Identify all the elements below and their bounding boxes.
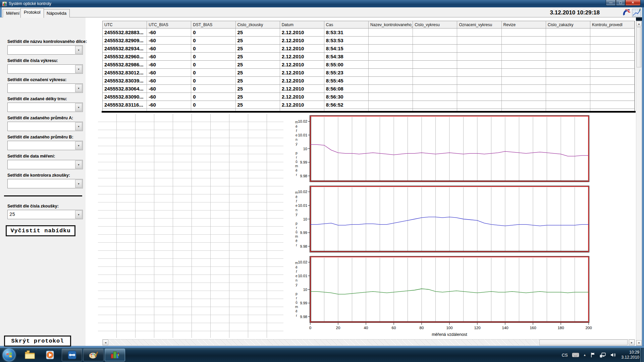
- chevron-down-icon[interactable]: ▼: [75, 210, 82, 219]
- table-cell: 2455532.83012...: [103, 69, 147, 76]
- clear-menu-button[interactable]: Vyčistit nabídku: [6, 225, 75, 236]
- svg-text:m: m: [295, 164, 298, 168]
- filter-combo-oznaceni[interactable]: ▼: [7, 83, 83, 93]
- scroll-right-icon[interactable]: ►: [629, 340, 635, 345]
- svg-text:ř: ř: [296, 129, 297, 133]
- minimize-button[interactable]: —: [606, 0, 616, 6]
- tab-mereni[interactable]: Měření: [3, 9, 23, 17]
- taskbar-explorer-button[interactable]: [24, 349, 36, 361]
- svg-text:e: e: [296, 203, 298, 207]
- filter-combo-delka-trnu[interactable]: ▼: [7, 103, 83, 112]
- filter-combo-datum[interactable]: ▼: [7, 160, 83, 169]
- svg-text:ý: ý: [296, 283, 298, 287]
- maximize-button[interactable]: ▢: [616, 0, 625, 6]
- header-logos: [622, 8, 641, 17]
- start-button[interactable]: [3, 349, 15, 361]
- filter-combo-prumer-b[interactable]: ▼: [7, 141, 83, 150]
- column-header[interactable]: Cislo_zkousky: [236, 21, 280, 28]
- horizontal-scrollbar-thumb[interactable]: [539, 340, 628, 345]
- svg-text:40: 40: [364, 326, 368, 330]
- column-header[interactable]: DST_BIAS: [191, 21, 235, 28]
- windows-explorer-icon: [24, 349, 36, 361]
- chevron-down-icon[interactable]: ▼: [75, 122, 82, 130]
- svg-text:120: 120: [474, 326, 480, 330]
- svg-text:měřená vzdálenost: měřená vzdálenost: [432, 332, 467, 337]
- table-cell: 25: [236, 61, 280, 68]
- scroll-left-icon[interactable]: ◄: [103, 340, 108, 345]
- hide-protocol-button[interactable]: Skrýt protokol: [4, 336, 71, 347]
- volume-icon[interactable]: [610, 352, 616, 358]
- chevron-down-icon[interactable]: ▼: [75, 46, 82, 54]
- svg-text:m: m: [295, 234, 298, 238]
- table-cell: 25: [236, 53, 280, 60]
- chevron-down-icon[interactable]: ▼: [75, 65, 82, 73]
- taskbar-paint-button[interactable]: [83, 349, 104, 361]
- language-indicator[interactable]: CS: [562, 353, 568, 358]
- column-header[interactable]: UTC: [103, 21, 147, 28]
- table-cell: -60: [147, 37, 191, 44]
- chevron-down-icon[interactable]: ▼: [75, 84, 82, 92]
- svg-text:ě: ě: [296, 124, 298, 128]
- table-cell: 25: [236, 37, 280, 44]
- show-desktop-button[interactable]: [640, 348, 644, 362]
- svg-text:e: e: [296, 274, 298, 278]
- filter-label-prumer-a: Setřídit dle zadaného průměru A:: [7, 116, 73, 120]
- svg-text:9.99: 9.99: [300, 301, 307, 305]
- chevron-down-icon[interactable]: ▼: [75, 141, 82, 149]
- filter-combo-cislo-vykresu[interactable]: ▼: [7, 64, 83, 74]
- svg-text:ě: ě: [296, 265, 298, 269]
- table-cell: -60: [147, 77, 191, 84]
- svg-text:n: n: [296, 278, 298, 282]
- close-button[interactable]: ✕: [625, 0, 641, 6]
- tab-napoveda[interactable]: Nápověda: [43, 9, 70, 17]
- column-header[interactable]: UTC_BIAS: [147, 21, 191, 28]
- svg-text:60: 60: [392, 326, 396, 330]
- chevron-down-icon[interactable]: ▼: [75, 161, 82, 169]
- taskbar-media-player-button[interactable]: [44, 349, 56, 361]
- scroll-up-icon[interactable]: ▲: [636, 21, 642, 26]
- vertical-scrollbar[interactable]: ▲ ▼: [636, 21, 642, 346]
- svg-text:e: e: [296, 133, 298, 137]
- taskbar: CS ▲ 10:29 3.12.2010: [0, 348, 644, 362]
- table-cell: 0: [191, 69, 235, 76]
- table-cell: -60: [147, 28, 191, 36]
- svg-text:p: p: [296, 221, 298, 225]
- system-tray: CS ▲ 10:29 3.12.2010: [562, 348, 639, 362]
- table-cell: 2455532.83116...: [103, 101, 147, 109]
- svg-text:r: r: [296, 155, 297, 159]
- table-cell: 25: [236, 101, 280, 109]
- vertical-scrollbar-thumb[interactable]: [637, 27, 641, 67]
- filter-label-kontrolor: Setřídit dle kontrolora zkoušky:: [7, 173, 70, 178]
- tab-protokol[interactable]: Protokol: [20, 8, 44, 18]
- svg-text:10.02: 10.02: [298, 190, 307, 194]
- chart-3: 10.0210.01109.999.98měřenýprůměr02040608…: [292, 254, 600, 340]
- svg-text:ý: ý: [296, 212, 298, 216]
- taskbar-teamviewer-button[interactable]: [62, 349, 82, 361]
- table-cell: -60: [147, 53, 191, 60]
- keyboard-layout-icon[interactable]: [572, 353, 579, 357]
- horizontal-scrollbar[interactable]: ◄ ►: [102, 339, 635, 346]
- measured-diameter-series-3: 10.0210.01109.999.98měřenýprůměr02040608…: [292, 254, 600, 339]
- svg-text:p: p: [296, 292, 298, 296]
- svg-text:r: r: [296, 313, 297, 317]
- filter-combo-prumer-a[interactable]: ▼: [7, 122, 83, 131]
- sidebar: Setřídit dle názvu kontrolovaného dílce:…: [0, 17, 86, 346]
- svg-text:ě: ě: [296, 239, 298, 243]
- charts: 10.0210.01109.999.98měřenýprůměr10.0210.…: [292, 0, 600, 346]
- filter-combo-dilce[interactable]: ▼: [7, 45, 83, 55]
- table-cell: 2455532.82960...: [103, 53, 147, 60]
- svg-text:160: 160: [530, 326, 536, 330]
- filter-combo-kontrolor[interactable]: ▼: [7, 179, 83, 188]
- svg-text:9.98: 9.98: [300, 174, 307, 178]
- scroll-down-icon[interactable]: ▼: [636, 340, 642, 346]
- chevron-down-icon[interactable]: ▼: [75, 103, 82, 111]
- table-cell: 2455532.83039...: [103, 77, 147, 84]
- table-cell: 25: [236, 93, 280, 101]
- action-center-flag-icon[interactable]: [590, 352, 596, 358]
- tray-clock[interactable]: 10:29 3.12.2010: [622, 350, 639, 360]
- chevron-down-icon[interactable]: ▼: [75, 180, 82, 188]
- network-icon[interactable]: [600, 352, 606, 358]
- taskbar-optical-control-app-button[interactable]: [105, 349, 125, 361]
- show-hidden-icons[interactable]: ▲: [583, 353, 586, 357]
- filter-combo-cislo-zkousky[interactable]: 25▼: [7, 210, 83, 219]
